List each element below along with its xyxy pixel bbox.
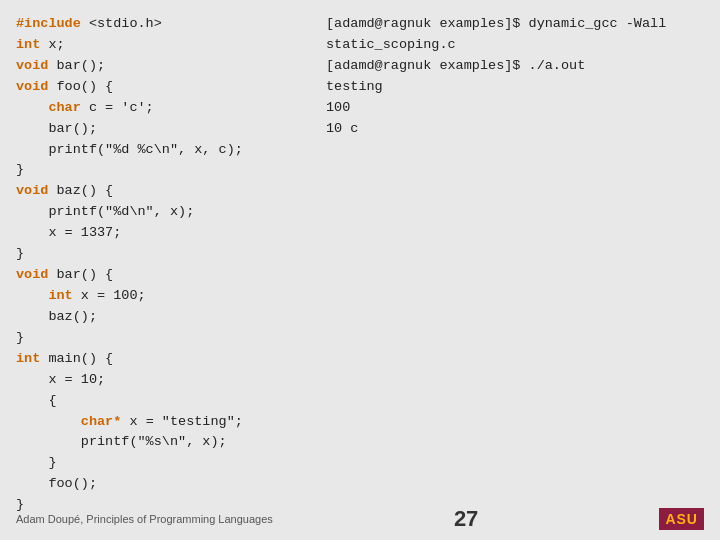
footer-text: Adam Doupé, Principles of Programming La… — [16, 513, 273, 525]
code-line: int x; — [16, 35, 294, 56]
code-line: int main() { — [16, 349, 294, 370]
code-line: foo(); — [16, 474, 294, 495]
asu-logo: ASU — [659, 508, 704, 530]
code-line: printf("%s\n", x); — [16, 432, 294, 453]
terminal-line: static_scoping.c — [326, 35, 704, 56]
code-line: } — [16, 160, 294, 181]
asu-logo-box: ASU — [659, 508, 704, 530]
terminal-panel: [adamd@ragnuk examples]$ dynamic_gcc -Wa… — [310, 0, 720, 540]
code-line: char c = 'c'; — [16, 98, 294, 119]
code-panel: #include <stdio.h> int x; void bar(); vo… — [0, 0, 310, 540]
terminal-line: [adamd@ragnuk examples]$ ./a.out — [326, 56, 704, 77]
code-line: } — [16, 328, 294, 349]
code-line: { — [16, 391, 294, 412]
page-number: 27 — [454, 506, 478, 532]
code-line: #include <stdio.h> — [16, 14, 294, 35]
code-line: bar(); — [16, 119, 294, 140]
code-line: x = 1337; — [16, 223, 294, 244]
code-line: void foo() { — [16, 77, 294, 98]
code-line: printf("%d %c\n", x, c); — [16, 140, 294, 161]
code-line: } — [16, 244, 294, 265]
code-line: void bar(); — [16, 56, 294, 77]
code-line: int x = 100; — [16, 286, 294, 307]
slide: #include <stdio.h> int x; void bar(); vo… — [0, 0, 720, 540]
footer: Adam Doupé, Principles of Programming La… — [0, 506, 720, 532]
code-line: void baz() { — [16, 181, 294, 202]
terminal-output-100: 100 — [326, 98, 704, 119]
terminal-output-testing: testing — [326, 77, 704, 98]
code-line: printf("%d\n", x); — [16, 202, 294, 223]
code-line: x = 10; — [16, 370, 294, 391]
code-line: void bar() { — [16, 265, 294, 286]
code-line: baz(); — [16, 307, 294, 328]
terminal-output-10c: 10 c — [326, 119, 704, 140]
code-line: char* x = "testing"; — [16, 412, 294, 433]
terminal-line: [adamd@ragnuk examples]$ dynamic_gcc -Wa… — [326, 14, 704, 35]
code-line: } — [16, 453, 294, 474]
